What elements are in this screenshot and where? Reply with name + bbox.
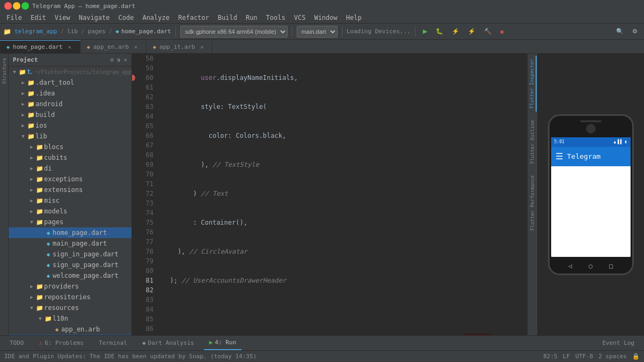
back-nav-btn[interactable]: ◁ — [568, 262, 572, 270]
code-line-62: ) // Text — [162, 189, 523, 198]
menu-file[interactable]: File — [2, 12, 26, 23]
run-button[interactable]: ▶ — [420, 27, 430, 36]
tab-app-en-close[interactable]: ✕ — [132, 43, 140, 50]
tree-exceptions[interactable]: ▶ 📁 exceptions — [9, 174, 131, 184]
home-nav-btn[interactable]: ○ — [589, 262, 592, 270]
tree-extensions[interactable]: ▶ 📁 extensions — [9, 184, 131, 195]
models-label: models — [44, 208, 67, 215]
code-viewport[interactable]: 58 59 60 61 62 63 64 65 66 67 68 69 70 7… — [132, 54, 527, 335]
menu-navigate[interactable]: Navigate — [75, 12, 114, 23]
tree-sign-up[interactable]: ◆ sign_up_page.dart — [9, 260, 131, 270]
tab-home-page[interactable]: ◆ home_page.dart ✕ — [0, 40, 80, 53]
breadcrumb-lib[interactable]: lib — [67, 28, 78, 35]
code-text[interactable]: user.displayNameInitials, style: TextSty… — [158, 54, 527, 335]
app-en-label: app_en.arb — [61, 326, 100, 333]
tree-app-en[interactable]: ◆ app_en.arb — [9, 324, 131, 335]
tree-providers[interactable]: ▶ 📁 providers — [9, 281, 131, 292]
panel-expand-icon[interactable]: ⇅ — [117, 56, 121, 63]
tree-cubits[interactable]: ▶ 📁 cubits — [9, 152, 131, 163]
run-config-selector[interactable]: main.dart — [297, 26, 338, 38]
maximize-button[interactable] — [21, 2, 29, 10]
android-icon: 📁 — [27, 101, 35, 108]
menu-code[interactable]: Code — [114, 12, 138, 23]
tree-pages[interactable]: ▼ 📁 pages — [9, 217, 131, 227]
tab-home-page-close[interactable]: ✕ — [66, 43, 74, 51]
tree-dart-tool[interactable]: ▶ 📁 .dart_tool — [9, 77, 131, 88]
tree-idea[interactable]: ▶ 📁 .idea — [9, 88, 131, 99]
menu-edit[interactable]: Edit — [26, 12, 50, 23]
line-58: 58 — [132, 54, 153, 63]
tree-misc[interactable]: ▶ 📁 misc — [9, 195, 131, 206]
breadcrumb-pages[interactable]: pages — [88, 28, 106, 35]
bottom-tab-event-log[interactable]: Event Log — [597, 336, 640, 350]
debug-button[interactable]: 🐛 — [433, 27, 447, 36]
tree-resources[interactable]: ▼ 📁 resources — [9, 302, 131, 313]
flutter-performance-tab[interactable]: Flutter Performance — [529, 172, 536, 234]
code-line-67: Widget _logoutButton(BuildContext contex… — [162, 334, 523, 335]
hot-reload-button[interactable]: ⚡ — [465, 27, 479, 36]
tree-lib[interactable]: ▼ 📁 lib — [9, 131, 131, 142]
build-button[interactable]: 🔨 — [481, 27, 495, 36]
bottom-tab-run[interactable]: ▶ 4: Run — [204, 336, 241, 350]
menu-help[interactable]: Help — [342, 12, 366, 23]
tree-build[interactable]: ▶ 📁 build — [9, 109, 131, 120]
tree-repositories[interactable]: ▶ 📁 repositories — [9, 292, 131, 302]
device-selector[interactable]: sdk gphone x86 64 arm64 (mobile) — [180, 26, 288, 38]
bottom-tab-dart-analysis[interactable]: ◆ Dart Analysis — [137, 336, 200, 350]
menu-view[interactable]: View — [50, 12, 75, 23]
line-67: 67 — [132, 141, 153, 150]
breadcrumb-file[interactable]: home_page.dart — [121, 28, 171, 35]
menu-refactor[interactable]: Refactor — [174, 12, 214, 23]
encoding[interactable]: UTF-8 — [575, 353, 593, 360]
bottom-tab-todo[interactable]: TODO — [4, 336, 30, 350]
close-button[interactable] — [4, 2, 12, 10]
menu-run[interactable]: Run — [241, 12, 262, 23]
tree-sign-in[interactable]: ◆ sign_in_page.dart — [9, 249, 131, 260]
stop-button[interactable]: ■ — [497, 27, 507, 36]
recent-nav-btn[interactable]: □ — [609, 262, 613, 270]
code-line-61: ), // TextStyle — [162, 160, 523, 169]
menu-analyze[interactable]: Analyze — [138, 12, 174, 23]
search-everywhere-button[interactable]: 🔍 — [613, 27, 627, 36]
tree-di[interactable]: ▶ 📁 di — [9, 163, 131, 174]
resources-arrow: ▼ — [28, 305, 35, 311]
tree-ios[interactable]: ▶ 📁 ios — [9, 120, 131, 131]
flutter-outline-tab[interactable]: Flutter Outline — [529, 117, 536, 167]
position-indicator[interactable]: 82:5 — [543, 353, 558, 360]
panel-settings-icon[interactable]: ⚙ — [110, 56, 114, 63]
settings-button[interactable]: ⚙ — [629, 27, 641, 36]
panel-close-icon[interactable]: ✕ — [123, 56, 127, 63]
breadcrumb-project[interactable]: telegram_app — [14, 28, 57, 35]
cubits-label: cubits — [44, 154, 67, 161]
l10n-icon: 📁 — [44, 315, 53, 322]
repositories-icon: 📁 — [35, 294, 44, 301]
tree-blocs[interactable]: ▶ 📁 blocs — [9, 142, 131, 152]
tree-android[interactable]: ▶ 📁 android — [9, 99, 131, 109]
tree-home-page[interactable]: ◆ home_page.dart — [9, 227, 131, 238]
tab-app-it-arb[interactable]: ◆ app_it.arb ✕ — [147, 40, 213, 53]
tab-app-en-arb[interactable]: ◆ app_en.arb ✕ — [80, 40, 147, 53]
line-65: 65 — [132, 121, 153, 131]
menu-window[interactable]: Window — [310, 12, 341, 23]
dart-tool-arrow: ▶ — [19, 80, 27, 85]
minimize-button[interactable] — [13, 2, 20, 10]
blocs-arrow: ▶ — [28, 144, 35, 150]
bottom-tab-terminal[interactable]: Terminal — [93, 336, 133, 350]
window-controls[interactable] — [4, 2, 29, 10]
menu-tools[interactable]: Tools — [262, 12, 290, 23]
line-ending[interactable]: LF — [563, 353, 570, 360]
menu-build[interactable]: Build — [214, 12, 241, 23]
tree-models[interactable]: ▶ 📁 models — [9, 206, 131, 217]
tree-root[interactable]: ▼ 📁 telegram_app ~/FlutterProjects/teleg… — [9, 67, 131, 77]
tree-welcome[interactable]: ◆ welcome_page.dart — [9, 270, 131, 281]
bottom-tab-problems[interactable]: ⚠ 6: Problems — [34, 336, 89, 350]
flutter-inspector-tab[interactable]: Flutter Inspector — [528, 56, 537, 112]
tab-app-it-close[interactable]: ✕ — [198, 43, 206, 50]
profile-button[interactable]: ⚡ — [449, 27, 463, 36]
tree-l10n[interactable]: ▼ 📁 l10n — [9, 313, 131, 324]
tree-main-page[interactable]: ◆ main_page.dart — [9, 238, 131, 249]
menu-vcs[interactable]: VCS — [290, 12, 310, 23]
structure-tab[interactable]: Structure — [1, 56, 8, 86]
indent-size[interactable]: 2 spaces — [598, 353, 627, 360]
project-tree: ▼ 📁 telegram_app ~/FlutterProjects/teleg… — [9, 67, 131, 335]
